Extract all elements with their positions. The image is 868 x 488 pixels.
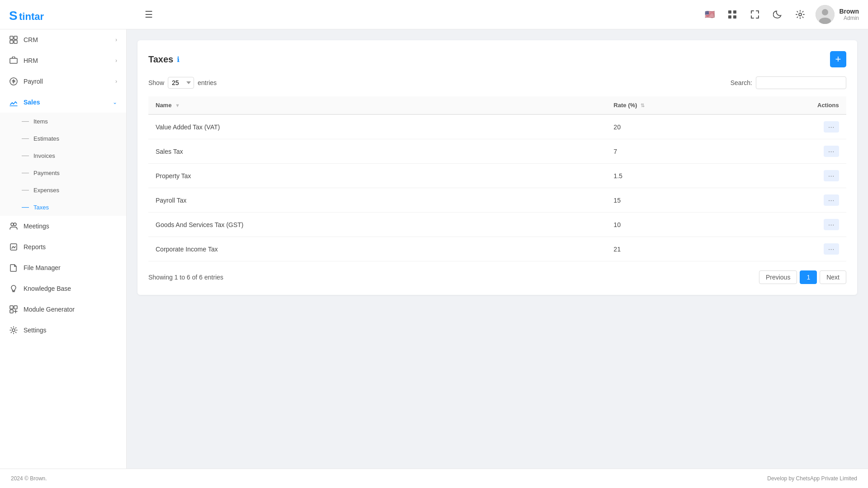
sidebar-item-invoices[interactable]: — Invoices	[0, 147, 126, 164]
copyright: 2024 © Brown.	[11, 475, 47, 482]
file-icon	[9, 263, 18, 272]
module-icon	[9, 305, 18, 314]
svg-rect-11	[14, 36, 17, 39]
svg-rect-14	[10, 58, 17, 63]
sidebar-item-file-manager[interactable]: File Manager	[0, 257, 126, 278]
svg-point-8	[822, 9, 828, 15]
user-name: Brown	[839, 8, 859, 15]
action-button-vat[interactable]: ···	[824, 121, 839, 133]
main-content: Taxes ℹ + Show 25 10 50 100 entries	[127, 29, 868, 469]
user-info: Brown Admin	[839, 8, 859, 21]
name-column-header[interactable]: Name ▼	[148, 96, 607, 114]
name-column-label: Name	[156, 102, 171, 109]
entries-label: entries	[198, 79, 217, 86]
page-1-button[interactable]: 1	[800, 270, 817, 284]
rate-column-label: Rate (%)	[614, 102, 637, 109]
tax-name-cell: Corporate Income Tax	[148, 237, 607, 261]
sidebar-item-expenses[interactable]: — Expenses	[0, 181, 126, 199]
svg-rect-3	[733, 10, 736, 14]
sidebar-item-invoices-label: Invoices	[33, 152, 55, 159]
page-title: Taxes	[148, 54, 173, 65]
tax-rate-cell: 15	[607, 188, 810, 213]
expand-icon[interactable]	[748, 7, 762, 22]
sales-submenu: — Items — Estimates — Invoices — Payment…	[0, 113, 126, 216]
info-icon[interactable]: ℹ	[177, 55, 180, 64]
rate-column-header[interactable]: Rate (%) ⇅	[607, 96, 810, 114]
pagination-buttons: Previous 1 Next	[759, 270, 846, 284]
grid-icon[interactable]	[725, 7, 740, 22]
tax-name-cell: Sales Tax	[148, 139, 607, 164]
sidebar-item-hrm-label: HRM	[24, 57, 38, 64]
svg-rect-13	[14, 40, 17, 43]
sidebar-item-reports[interactable]: Reports	[0, 237, 126, 257]
svg-rect-4	[728, 15, 731, 19]
sidebar-item-sales[interactable]: Sales ⌄	[0, 92, 126, 113]
tax-rate-cell: 20	[607, 114, 810, 139]
svg-point-22	[12, 329, 15, 332]
sidebar-item-items[interactable]: — Items	[0, 113, 126, 130]
crm-chevron-icon: ›	[115, 37, 117, 43]
sidebar-item-settings-label: Settings	[24, 327, 47, 334]
sidebar-item-payments-label: Payments	[33, 170, 60, 176]
entries-select[interactable]: 25 10 50 100	[168, 77, 194, 89]
pagination-area: Showing 1 to 6 of 6 entries Previous 1 N…	[148, 270, 846, 284]
action-button-corporate-tax[interactable]: ···	[824, 243, 839, 255]
payments-dash: —	[22, 169, 29, 177]
table-row: Property Tax 1.5 ···	[148, 164, 846, 188]
expenses-dash: —	[22, 186, 29, 194]
sidebar-item-taxes[interactable]: — Taxes	[0, 199, 126, 216]
show-entries: Show 25 10 50 100 entries	[148, 77, 217, 89]
sidebar-item-estimates-label: Estimates	[33, 135, 59, 142]
sidebar-item-crm[interactable]: CRM ›	[0, 29, 126, 50]
layout: CRM › HRM › Payroll ›	[0, 29, 868, 469]
table-controls: Show 25 10 50 100 entries Search:	[148, 76, 846, 89]
header: S tintar ☰ 🇺🇸	[0, 0, 868, 29]
moon-icon[interactable]	[770, 7, 785, 22]
svg-rect-5	[733, 15, 736, 19]
sidebar-item-payments[interactable]: — Payments	[0, 164, 126, 181]
tax-actions-cell: ···	[810, 164, 846, 188]
sidebar-item-module-generator[interactable]: Module Generator	[0, 299, 126, 320]
items-dash: —	[22, 117, 29, 125]
sidebar-item-payroll[interactable]: Payroll ›	[0, 71, 126, 92]
svg-rect-19	[10, 306, 13, 309]
actions-column-label: Actions	[817, 102, 839, 109]
action-button-property-tax[interactable]: ···	[824, 170, 839, 181]
action-button-gst[interactable]: ···	[824, 219, 839, 230]
tax-rate-cell: 10	[607, 213, 810, 237]
actions-column-header: Actions	[810, 96, 846, 114]
sidebar: CRM › HRM › Payroll ›	[0, 29, 127, 469]
action-button-payroll-tax[interactable]: ···	[824, 194, 839, 206]
sidebar-item-settings[interactable]: Settings	[0, 320, 126, 341]
add-button[interactable]: +	[830, 51, 846, 67]
action-button-sales-tax[interactable]: ···	[824, 146, 839, 157]
sidebar-item-hrm[interactable]: HRM ›	[0, 50, 126, 71]
hamburger-button[interactable]: ☰	[145, 9, 153, 20]
sidebar-item-meetings[interactable]: Meetings	[0, 216, 126, 237]
svg-point-16	[11, 223, 14, 226]
estimates-dash: —	[22, 134, 29, 142]
payroll-icon	[9, 77, 18, 86]
flag-icon[interactable]: 🇺🇸	[702, 7, 717, 22]
footer: 2024 © Brown. Develop by ChetsApp Privat…	[0, 469, 868, 488]
page-title-area: Taxes ℹ	[148, 54, 180, 65]
table-row: Goods And Services Tax (GST) 10 ···	[148, 213, 846, 237]
meetings-icon	[9, 222, 18, 231]
sidebar-item-meetings-label: Meetings	[24, 223, 49, 230]
tax-actions-cell: ···	[810, 213, 846, 237]
previous-button[interactable]: Previous	[759, 270, 797, 284]
sidebar-item-estimates[interactable]: — Estimates	[0, 130, 126, 147]
next-button[interactable]: Next	[820, 270, 846, 284]
knowledge-icon	[9, 284, 18, 293]
sales-icon	[9, 98, 18, 107]
sidebar-item-knowledge-base[interactable]: Knowledge Base	[0, 278, 126, 299]
user-area[interactable]: Brown Admin	[816, 5, 859, 24]
tax-rate-cell: 1.5	[607, 164, 810, 188]
hrm-chevron-icon: ›	[115, 57, 117, 64]
search-label: Search:	[730, 79, 752, 86]
search-input[interactable]	[756, 76, 846, 89]
gear-icon[interactable]	[793, 7, 807, 22]
logo[interactable]: S tintar	[9, 5, 136, 24]
tax-actions-cell: ···	[810, 188, 846, 213]
user-role: Admin	[839, 15, 859, 21]
